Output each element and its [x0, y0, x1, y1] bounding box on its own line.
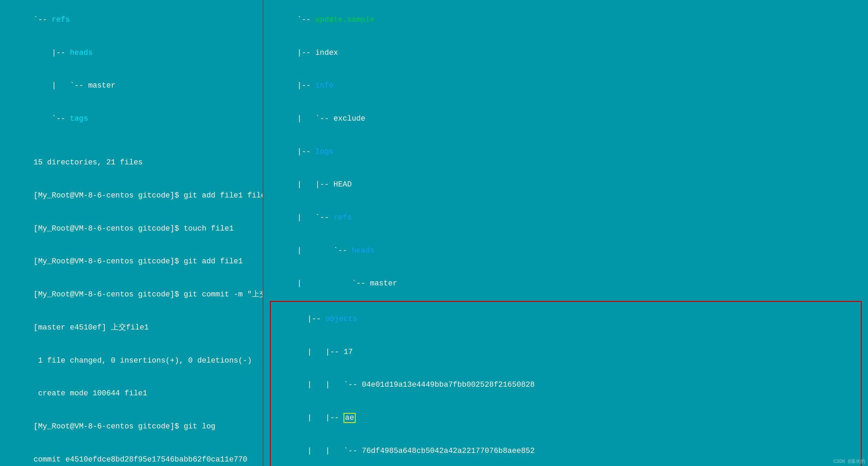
- commit-result: [master e4510ef] 上交file1: [6, 311, 256, 344]
- line-refs: `-- refs: [6, 3, 256, 37]
- right-panel: `-- update.sample |-- index |-- info | `…: [264, 0, 868, 466]
- left-panel: `-- refs |-- heads | `-- master `-- tags…: [0, 0, 264, 466]
- r-obj-17: | |-- 17: [271, 336, 861, 369]
- watermark: CSDN @落水的: [831, 457, 868, 466]
- line-tags: `-- tags: [6, 102, 256, 135]
- commit-hash-1: commit e4510efdce8bd28f95e17546babb62f0c…: [6, 443, 256, 466]
- r-exclude: | `-- exclude: [270, 102, 862, 135]
- cmd-git-log: [My_Root@VM-8-6-centos gitcode]$ git log: [6, 410, 256, 443]
- r-objects: |-- objects: [271, 303, 861, 336]
- line-master: | `-- master: [6, 69, 256, 102]
- r-logs: |-- logs: [270, 135, 862, 169]
- r-obj-ae: | |-- ae: [271, 402, 861, 435]
- r-update-sample: `-- update.sample: [270, 3, 862, 37]
- r-refs: | `-- refs: [270, 201, 862, 234]
- line-heads: |-- heads: [6, 37, 256, 70]
- r-head: | |-- HEAD: [270, 168, 862, 201]
- terminal-window: `-- refs |-- heads | `-- master `-- tags…: [0, 0, 868, 466]
- r-obj-17-hash: | | `-- 04e01d19a13e4449bba7fbb002528f21…: [271, 368, 861, 402]
- r-index: |-- index: [270, 37, 862, 70]
- file-changed: 1 file changed, 0 insertions(+), 0 delet…: [6, 344, 256, 377]
- r-refs-heads-master: | `-- master: [270, 267, 862, 300]
- r-refs-heads: | `-- heads: [270, 234, 862, 267]
- r-info: |-- info: [270, 69, 862, 102]
- create-mode: create mode 100644 file1: [6, 377, 256, 410]
- objects-section: |-- objects | |-- 17 | | `-- 04e01d19a13…: [270, 301, 862, 466]
- refs-text: refs: [52, 16, 70, 24]
- blank-1: [6, 135, 256, 146]
- heads-text: heads: [70, 49, 93, 57]
- r-obj-ae-hash: | | `-- 76df4985a648cb5042a42a22177076b8…: [271, 435, 861, 466]
- tags-text: tags: [70, 114, 88, 123]
- cmd-git-add-2: [My_Root@VM-8-6-centos gitcode]$ git add…: [6, 245, 256, 278]
- cmd-git-commit: [My_Root@VM-8-6-centos gitcode]$ git com…: [6, 278, 256, 311]
- cmd-touch: [My_Root@VM-8-6-centos gitcode]$ touch f…: [6, 212, 256, 245]
- cmd-git-add-1: [My_Root@VM-8-6-centos gitcode]$ git add…: [6, 179, 256, 212]
- dir-count: 15 directories, 21 files: [6, 146, 256, 180]
